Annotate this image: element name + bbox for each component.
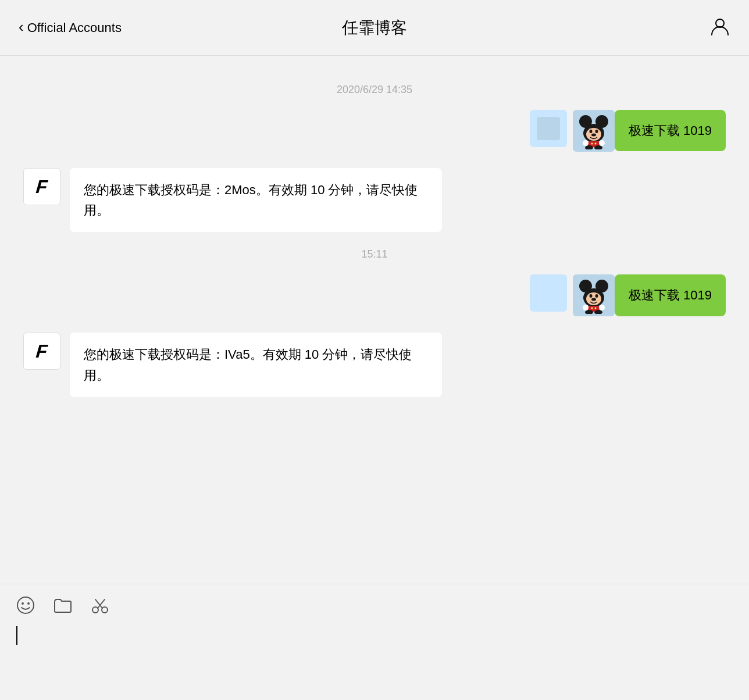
timestamp-1: 2020/6/29 14:35 <box>23 84 726 96</box>
scissors-icon <box>91 596 109 615</box>
message-row-user-1: 极速下载 1019 <box>23 110 726 152</box>
svg-point-24 <box>591 308 593 309</box>
svg-point-32 <box>27 602 30 605</box>
svg-point-6 <box>595 130 598 133</box>
svg-point-9 <box>591 143 593 145</box>
page-title: 任霏博客 <box>342 17 407 39</box>
sticker-mickey-1 <box>573 110 615 152</box>
emoji-button[interactable] <box>16 596 35 615</box>
message-row-user-2: 极速下载 1019 <box>23 274 726 316</box>
svg-point-14 <box>599 140 605 146</box>
svg-point-29 <box>599 305 605 310</box>
mickey-sticker-svg <box>575 112 612 149</box>
svg-point-7 <box>591 134 596 137</box>
folder-icon <box>54 597 72 613</box>
svg-point-5 <box>589 130 592 133</box>
svg-point-21 <box>595 294 598 298</box>
bubble-bot-1: 您的极速下载授权码是：2Mos。有效期 10 分钟，请尽快使用。 <box>70 168 442 232</box>
avatar-user-2 <box>530 274 567 312</box>
emoji-icon <box>16 596 35 615</box>
chat-area: 2020/6/29 14:35 极速下载 1019 <box>0 56 749 584</box>
input-area[interactable] <box>16 624 733 652</box>
person-icon <box>709 16 730 37</box>
avatar-bot-1: F <box>23 168 60 205</box>
folder-button[interactable] <box>54 597 72 613</box>
scissors-button[interactable] <box>91 596 109 615</box>
f-logo-icon: F <box>35 176 49 198</box>
svg-point-10 <box>594 143 596 145</box>
svg-point-20 <box>589 294 592 298</box>
svg-point-0 <box>716 19 724 27</box>
bubble-bot-2: 您的极速下载授权码是：IVa5。有效期 10 分钟，请尽快使用。 <box>70 333 442 397</box>
svg-point-13 <box>583 140 588 146</box>
avatar-bot-2: F <box>23 333 60 370</box>
text-cursor <box>16 626 17 645</box>
svg-point-28 <box>583 305 588 310</box>
bubble-user-1: 极速下载 1019 <box>615 110 726 151</box>
mickey-sticker-svg-2 <box>575 277 612 314</box>
bubble-user-2: 极速下载 1019 <box>615 274 726 316</box>
svg-point-31 <box>22 602 24 605</box>
back-label: Official Accounts <box>27 20 122 35</box>
f-logo-icon-2: F <box>35 341 49 362</box>
svg-point-22 <box>591 298 596 301</box>
profile-button[interactable] <box>709 16 730 40</box>
chevron-left-icon: ‹ <box>19 18 24 36</box>
user-avatar-svg <box>537 117 560 140</box>
message-row-bot-1: F 您的极速下载授权码是：2Mos。有效期 10 分钟，请尽快使用。 <box>23 168 726 232</box>
message-row-bot-2: F 您的极速下载授权码是：IVa5。有效期 10 分钟，请尽快使用。 <box>23 333 726 397</box>
header: ‹ Official Accounts 任霏博客 <box>0 0 749 56</box>
svg-point-30 <box>17 597 34 613</box>
toolbar-icons <box>16 596 733 615</box>
avatar-user <box>530 110 567 147</box>
sticker-mickey-2 <box>573 274 615 316</box>
svg-point-25 <box>594 308 596 309</box>
toolbar <box>0 584 749 700</box>
back-button[interactable]: ‹ Official Accounts <box>19 19 122 36</box>
timestamp-2: 15:11 <box>23 248 726 260</box>
svg-rect-15 <box>537 117 560 140</box>
